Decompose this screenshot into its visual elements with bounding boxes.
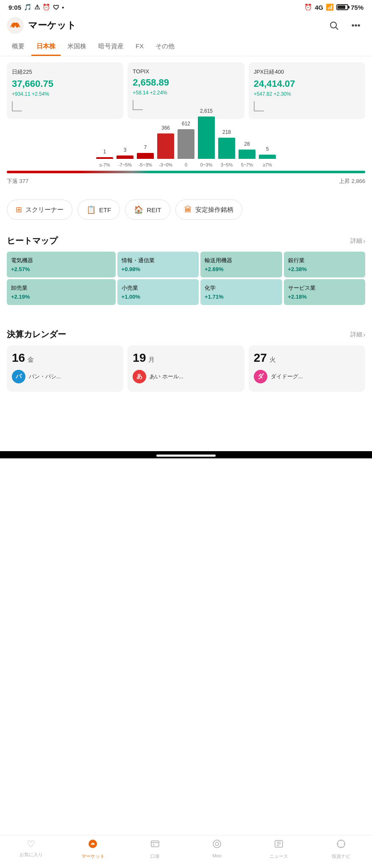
stable-stocks-button[interactable]: 🏛 安定操作銘柄: [175, 200, 242, 220]
bar-label: 3~5%: [221, 162, 233, 167]
bar-count: 366: [161, 125, 170, 132]
reit-icon: 🏠: [134, 205, 143, 214]
calendar-title: 決算カレンダー: [7, 329, 66, 340]
bar-col: 5≥7%: [259, 146, 276, 167]
jpx-name: JPX日経400: [254, 68, 360, 76]
etf-button[interactable]: 📋 ETF: [78, 200, 120, 220]
header-title: マーケット: [28, 19, 76, 32]
heart-icon: ♡: [27, 839, 35, 850]
heatmap-cell-5[interactable]: 小売業 +1.00%: [117, 279, 199, 305]
index-card-topix[interactable]: TOPIX 2,658.89 +58.14 +2.24%: [128, 62, 244, 119]
signal-label: 4G: [315, 4, 323, 11]
svg-line-2: [336, 28, 339, 30]
home-indicator: [0, 451, 372, 458]
heatmap-cell-1-name: 情報・通信業: [122, 257, 194, 264]
heatmap-cell-4[interactable]: 卸売業 +2.19%: [7, 279, 116, 305]
bar-col: 7-5~3%: [137, 144, 154, 167]
nav-moo[interactable]: Moo: [204, 839, 230, 860]
svg-rect-10: [151, 841, 159, 847]
svg-point-15: [215, 842, 219, 846]
nav-favorites[interactable]: ♡ お気に入り: [18, 839, 44, 860]
bar-count: 3: [124, 147, 127, 154]
bar-label: 0~3%: [200, 162, 212, 167]
tab-us[interactable]: 米国株: [62, 38, 92, 56]
bar-label: 5~7%: [241, 162, 253, 167]
nav-moo-label: Moo: [212, 853, 221, 858]
cal-name-2-0: ダイドーグ...: [271, 373, 303, 380]
nav-navi-label: 投資ナビ: [332, 853, 350, 860]
heatmap-cell-2[interactable]: 輸送用機器 +2.69%: [200, 252, 282, 277]
distribution-chart: 1≤-7%3-7~5%7-5~3%366-3~0%61202,6150~3%21…: [7, 125, 365, 167]
tab-crypto[interactable]: 暗号資産: [93, 38, 129, 56]
signal-bars-icon: 📶: [326, 3, 334, 11]
tab-fx[interactable]: FX: [130, 38, 149, 56]
index-cards: 日経225 37,660.75 +934.11 +2.54% TOPIX 2,6…: [0, 56, 372, 125]
heatmap-cell-7-name: サービス業: [288, 284, 361, 292]
heatmap-cell-3[interactable]: 銀行業 +2.38%: [284, 252, 365, 277]
tab-japan[interactable]: 日本株: [31, 38, 61, 56]
calendar-card-0[interactable]: 16 金 パ パン・パシ...: [7, 345, 123, 392]
heatmap-cell-6-name: 化学: [205, 284, 278, 292]
heatmap-detail-link[interactable]: 詳細 ›: [350, 237, 365, 245]
stable-icon: 🏛: [184, 205, 192, 214]
moo-icon: [212, 839, 222, 851]
status-bar: 9:05 🎵 ⚠ ⏰ 🛡 • ⏰ 4G 📶 75%: [0, 0, 372, 13]
heatmap-cell-0-name: 電気機器: [11, 257, 111, 264]
screener-label: スクリーナー: [25, 206, 64, 214]
bar-count: 218: [222, 129, 231, 136]
bar-count: 7: [144, 144, 147, 151]
calendar-dayname-0: 金: [28, 356, 34, 364]
heatmap-cell-0[interactable]: 電気機器 +2.57%: [7, 252, 116, 277]
jpx-change: +547.82 +2.30%: [254, 91, 360, 97]
bottom-navigation: ♡ お気に入り マーケット 口座 Moo: [0, 835, 372, 868]
calendar-card-1[interactable]: 19 月 あ あい ホール...: [128, 345, 244, 392]
nikkei-chart: [12, 101, 22, 111]
battery-pct: 75%: [351, 4, 364, 11]
heatmap-cell-4-name: 卸売業: [11, 284, 111, 292]
nav-navi[interactable]: 投資ナビ: [328, 839, 354, 860]
heatmap-title: ヒートマップ: [7, 235, 58, 247]
bar-count: 5: [266, 146, 269, 153]
fall-label: 下落 377: [7, 177, 28, 185]
cal-name-0-0: パン・パシ...: [29, 373, 61, 380]
more-menu-button[interactable]: [348, 18, 364, 33]
navi-icon: [336, 839, 346, 851]
index-card-jpx[interactable]: JPX日経400 24,414.07 +547.82 +2.30%: [249, 62, 365, 119]
nav-account[interactable]: 口座: [142, 839, 168, 860]
home-bar: [156, 455, 216, 457]
calendar-day-0: 16: [12, 351, 25, 365]
nikkei-change: +934.11 +2.54%: [12, 91, 118, 97]
screener-button[interactable]: ⊞ スクリーナー: [7, 200, 72, 220]
heatmap-cell-1[interactable]: 情報・通信業 +0.98%: [117, 252, 199, 277]
tab-other[interactable]: その他: [150, 38, 180, 56]
heatmap-detail-label: 詳細: [350, 237, 362, 245]
calendar-item-1-0: あ あい ホール...: [133, 370, 239, 383]
chevron-right-icon: ›: [363, 238, 365, 244]
heatmap-cell-2-pct: +2.69%: [205, 266, 278, 272]
bar-label: -3~0%: [159, 162, 172, 167]
calendar-day-1: 19: [133, 351, 146, 365]
index-card-nikkei[interactable]: 日経225 37,660.75 +934.11 +2.54%: [7, 62, 123, 119]
bar-label: ≥7%: [263, 162, 272, 167]
calendar-detail-link[interactable]: 詳細 ›: [350, 331, 365, 338]
alarm-icon: ⏰: [304, 3, 312, 11]
bar-label: ≤-7%: [99, 162, 110, 167]
heatmap-cell-7[interactable]: サービス業 +2.18%: [284, 279, 365, 305]
tab-bar: 概要 日本株 米国株 暗号資産 FX その他: [0, 38, 372, 56]
search-button[interactable]: [326, 18, 341, 33]
heatmap-cell-6[interactable]: 化学 +1.71%: [200, 279, 282, 305]
topix-chart: [133, 100, 143, 110]
nav-news[interactable]: ニュース: [266, 839, 291, 860]
quick-access-buttons: ⊞ スクリーナー 📋 ETF 🏠 REIT 🏛 安定操作銘柄: [0, 193, 372, 228]
distribution-bar-line: [7, 171, 365, 173]
calendar-item-2-0: ダ ダイドーグ...: [254, 370, 360, 383]
rise-label: 上昇 2,866: [339, 177, 365, 185]
calendar-header: 決算カレンダー 詳細 ›: [0, 322, 372, 345]
reit-button[interactable]: 🏠 REIT: [125, 200, 170, 220]
bar-label: -5~3%: [139, 162, 152, 167]
heatmap-cell-5-pct: +1.00%: [122, 294, 194, 300]
calendar-card-2[interactable]: 27 火 ダ ダイドーグ...: [249, 345, 365, 392]
tab-overview[interactable]: 概要: [7, 38, 30, 56]
nav-market[interactable]: マーケット: [80, 839, 105, 860]
bar-rect: [178, 129, 194, 159]
